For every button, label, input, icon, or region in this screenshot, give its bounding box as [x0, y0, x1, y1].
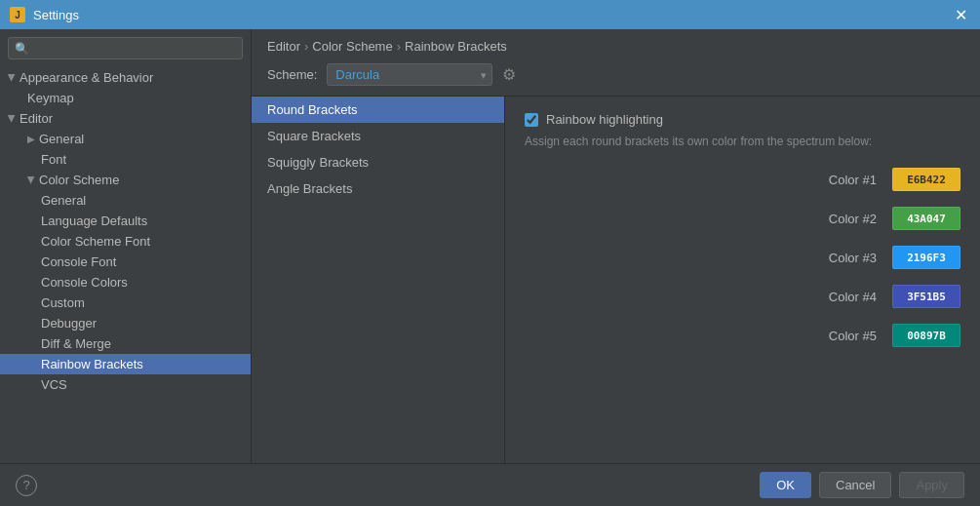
bracket-item-square[interactable]: Square Brackets: [252, 123, 504, 149]
sidebar-item-label: Custom: [41, 295, 85, 310]
bracket-item-label: Round Brackets: [267, 102, 358, 117]
sidebar-item-label: VCS: [41, 377, 67, 392]
search-box[interactable]: 🔍: [8, 37, 243, 59]
expand-arrow: ▶: [7, 74, 18, 82]
rainbow-highlighting-label: Rainbow highlighting: [546, 112, 663, 127]
sidebar-item-label: Keymap: [27, 91, 74, 105]
breadcrumb-rainbow-brackets: Rainbow Brackets: [405, 39, 507, 54]
sidebar-item-font[interactable]: Font: [0, 149, 251, 170]
scheme-select-wrap[interactable]: Darcula Default High Contrast Monokai: [327, 63, 492, 86]
rainbow-highlighting-row: Rainbow highlighting: [525, 112, 960, 127]
rainbow-highlighting-checkbox[interactable]: [525, 113, 538, 127]
color-rows-container: Color #1E6B422Color #243A047Color #32196…: [525, 168, 960, 347]
sidebar-item-label: Console Colors: [41, 275, 128, 290]
close-button[interactable]: ✕: [951, 5, 970, 24]
title-bar: J Settings ✕: [0, 0, 980, 29]
sidebar-item-label: Font: [41, 152, 66, 167]
color-swatch-2[interactable]: 43A047: [892, 207, 960, 230]
bracket-item-angle[interactable]: Angle Brackets: [252, 175, 504, 202]
sidebar-item-console-font[interactable]: Console Font: [0, 252, 251, 272]
sidebar-item-general[interactable]: ▶ General: [0, 129, 251, 149]
color-swatch-4[interactable]: 3F51B5: [892, 285, 960, 308]
color-label-1: Color #1: [818, 173, 877, 187]
scheme-label: Scheme:: [267, 67, 317, 82]
sidebar-item-appearance[interactable]: ▶ Appearance & Behavior: [0, 67, 251, 88]
bracket-item-squiggly[interactable]: Squiggly Brackets: [252, 149, 504, 175]
sidebar-item-vcs[interactable]: VCS: [0, 374, 251, 395]
app-icon: J: [10, 7, 25, 22]
color-label-4: Color #4: [818, 290, 877, 304]
sidebar-item-label: General: [41, 193, 86, 208]
scheme-row: Scheme: Darcula Default High Contrast Mo…: [252, 59, 980, 96]
color-label-2: Color #2: [818, 212, 877, 226]
breadcrumb-color-scheme: Color Scheme: [312, 39, 392, 54]
sidebar-item-language-defaults[interactable]: Language Defaults: [0, 211, 251, 231]
sidebar-item-keymap[interactable]: Keymap: [0, 88, 251, 108]
color-row-3: Color #32196F3: [525, 246, 960, 269]
sidebar-item-label: Appearance & Behavior: [20, 70, 153, 85]
search-input[interactable]: [33, 41, 236, 56]
sidebar-item-color-scheme[interactable]: ▶ Color Scheme: [0, 170, 251, 190]
bracket-item-label: Square Brackets: [267, 129, 361, 143]
breadcrumb-sep-2: ›: [397, 39, 401, 54]
sidebar-item-rainbow-brackets[interactable]: Rainbow Brackets: [0, 354, 251, 374]
ok-button[interactable]: OK: [760, 472, 811, 498]
sidebar-item-cs-general[interactable]: General: [0, 190, 251, 211]
sidebar-item-label: Console Font: [41, 254, 116, 269]
sidebar-item-label: Color Scheme Font: [41, 234, 150, 249]
color-swatch-3[interactable]: 2196F3: [892, 246, 960, 269]
color-row-5: Color #500897B: [525, 324, 960, 347]
sidebar-item-label: Debugger: [41, 316, 97, 331]
search-icon: 🔍: [15, 42, 29, 56]
help-button[interactable]: ?: [16, 475, 37, 496]
brackets-list: Round Brackets Square Brackets Squiggly …: [252, 97, 505, 463]
main-layout: 🔍 ▶ Appearance & Behavior Keymap ▶ Edito…: [0, 29, 980, 463]
sidebar-item-label: Color Scheme: [39, 173, 119, 187]
sidebar-item-color-scheme-font[interactable]: Color Scheme Font: [0, 231, 251, 252]
assign-description: Assign each round brackets its own color…: [525, 135, 960, 148]
content-area: Editor › Color Scheme › Rainbow Brackets…: [252, 29, 980, 463]
expand-arrow: ▶: [27, 134, 35, 144]
bottom-bar: ? OK Cancel Apply: [0, 463, 980, 506]
color-label-3: Color #3: [818, 251, 877, 265]
sidebar-item-custom[interactable]: Custom: [0, 292, 251, 313]
sidebar-item-editor[interactable]: ▶ Editor: [0, 108, 251, 129]
breadcrumb-sep-1: ›: [304, 39, 308, 54]
color-row-4: Color #43F51B5: [525, 285, 960, 308]
sidebar-item-label: Rainbow Brackets: [41, 357, 143, 371]
sidebar-item-debugger[interactable]: Debugger: [0, 313, 251, 333]
sidebar-item-label: General: [39, 132, 84, 146]
sidebar-item-diff-merge[interactable]: Diff & Merge: [0, 333, 251, 354]
bracket-item-label: Angle Brackets: [267, 181, 352, 196]
sidebar-item-label: Language Defaults: [41, 214, 147, 228]
split-panel: Round Brackets Square Brackets Squiggly …: [252, 96, 980, 463]
color-row-2: Color #243A047: [525, 207, 960, 230]
bracket-item-label: Squiggly Brackets: [267, 155, 369, 170]
sidebar-item-label: Editor: [20, 111, 53, 126]
bracket-item-round[interactable]: Round Brackets: [252, 97, 504, 123]
sidebar-item-console-colors[interactable]: Console Colors: [0, 272, 251, 292]
color-swatch-5[interactable]: 00897B: [892, 324, 960, 347]
expand-arrow: ▶: [7, 115, 18, 123]
color-label-5: Color #5: [818, 329, 877, 343]
breadcrumb-editor: Editor: [267, 39, 300, 54]
gear-icon[interactable]: ⚙: [502, 65, 516, 84]
bottom-right: OK Cancel Apply: [760, 472, 964, 498]
bottom-left: ?: [16, 475, 37, 496]
scheme-select[interactable]: Darcula Default High Contrast Monokai: [327, 63, 492, 86]
cancel-button[interactable]: Cancel: [819, 472, 891, 498]
sidebar: 🔍 ▶ Appearance & Behavior Keymap ▶ Edito…: [0, 29, 252, 463]
right-panel: Rainbow highlighting Assign each round b…: [505, 97, 980, 463]
color-swatch-1[interactable]: E6B422: [892, 168, 960, 191]
color-row-1: Color #1E6B422: [525, 168, 960, 191]
window-title: Settings: [33, 8, 951, 22]
sidebar-item-label: Diff & Merge: [41, 336, 111, 351]
apply-button[interactable]: Apply: [899, 472, 964, 498]
breadcrumb: Editor › Color Scheme › Rainbow Brackets: [252, 29, 980, 59]
expand-arrow: ▶: [26, 176, 37, 184]
